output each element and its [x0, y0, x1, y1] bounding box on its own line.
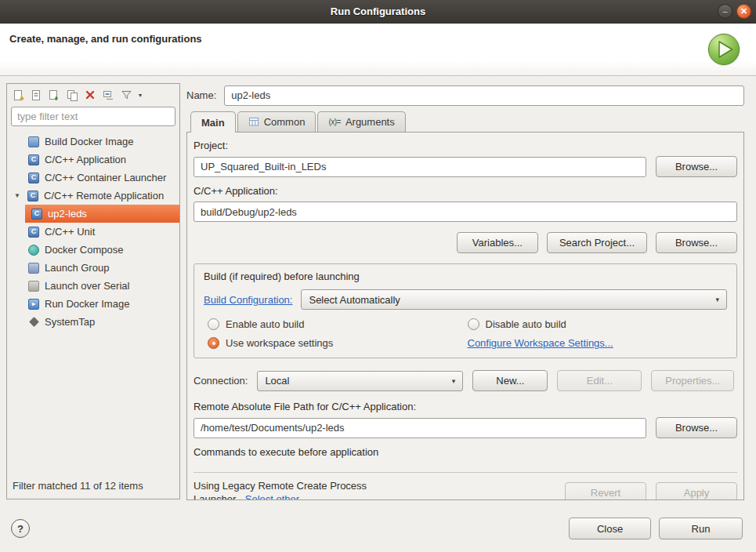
build-docker-image-icon — [28, 136, 39, 147]
tree-item-launch-group[interactable]: Launch Group — [7, 259, 179, 277]
filter-field-wrap — [7, 105, 179, 131]
run-configurations-dialog: Run Configurations – ✕ Create, manage, a… — [0, 0, 756, 552]
build-before-launch-group: Build (if required) before launching Bui… — [194, 263, 737, 358]
titlebar: Run Configurations – ✕ — [0, 0, 756, 24]
tree-item-build-docker-image[interactable]: Build Docker Image — [7, 133, 179, 151]
build-configuration-combo[interactable]: Select Automatically ▾ — [301, 289, 727, 310]
remote-path-input[interactable] — [194, 418, 646, 438]
radio-on-icon — [208, 337, 219, 349]
tab-main[interactable]: Main — [190, 111, 236, 133]
filter-input[interactable] — [11, 107, 175, 126]
tree-item-docker-compose[interactable]: Docker Compose — [7, 241, 179, 259]
auto-build-options: Enable auto build Disable auto build Use… — [204, 318, 727, 349]
tree-item-c-cpp-remote-application[interactable]: ▼ C C/C++ Remote Application — [7, 187, 179, 205]
project-browse-button[interactable]: Browse... — [656, 156, 737, 177]
tab-arguments[interactable]: (x)= Arguments — [317, 111, 405, 132]
enable-auto-build-radio[interactable]: Enable auto build — [208, 318, 468, 330]
search-project-button[interactable]: Search Project... — [547, 232, 647, 253]
connection-edit-button[interactable]: Edit... — [557, 370, 642, 391]
expander-icon[interactable]: ▼ — [13, 192, 22, 199]
connection-new-button[interactable]: New... — [472, 370, 548, 391]
tree-item-c-cpp-container-launcher[interactable]: C C/C++ Container Launcher — [7, 169, 179, 187]
tree-item-run-docker-image[interactable]: ▸ Run Docker Image — [7, 295, 179, 313]
tree-item-label: Launch over Serial — [45, 280, 129, 292]
c-launch-config-icon: C — [31, 209, 42, 220]
apply-button[interactable]: Apply — [656, 482, 737, 501]
disable-auto-build-radio[interactable]: Disable auto build — [468, 318, 728, 330]
tab-main-label: Main — [201, 117, 225, 129]
project-input[interactable] — [194, 157, 646, 177]
configurations-tree: Build Docker Image C C/C++ Application C… — [7, 131, 179, 474]
tree-item-label: Launch Group — [45, 262, 109, 274]
tree-item-label: SystemTap — [45, 316, 95, 328]
build-configuration-value: Select Automatically — [309, 294, 400, 306]
collapse-all-icon[interactable] — [100, 87, 116, 103]
build-configuration-row: Build Configuration: Select Automaticall… — [204, 289, 727, 310]
filter-menu-chevron-icon[interactable]: ▾ — [136, 92, 144, 99]
remote-path-row: Browse... — [194, 417, 737, 438]
export-configurations-icon[interactable] — [46, 87, 62, 103]
launcher-note: Using Legacy Remote Create Process Launc… — [194, 479, 555, 500]
tree-item-c-cpp-unit[interactable]: C C/C++ Unit — [7, 223, 179, 241]
docker-compose-icon — [28, 245, 39, 256]
variables-button[interactable]: Variables... — [457, 232, 538, 253]
launch-over-serial-icon — [28, 281, 39, 292]
run-button[interactable]: Run — [659, 518, 743, 539]
tree-item-label: Build Docker Image — [45, 136, 133, 147]
remote-path-browse-button[interactable]: Browse... — [656, 417, 737, 438]
dialog-heading: Create, manage, and run configurations — [9, 33, 202, 45]
c-remote-application-icon: C — [27, 191, 38, 202]
launcher-row: Using Legacy Remote Create Process Launc… — [194, 473, 737, 500]
duplicate-configuration-icon[interactable] — [64, 87, 80, 103]
minimize-button[interactable]: – — [718, 4, 732, 19]
close-window-button[interactable]: ✕ — [736, 4, 751, 19]
tree-item-launch-over-serial[interactable]: Launch over Serial — [7, 277, 179, 295]
tree-item-label: Run Docker Image — [45, 298, 129, 310]
tab-common-label: Common — [264, 116, 306, 128]
tree-item-systemtap[interactable]: SystemTap — [7, 313, 179, 331]
revert-button[interactable]: Revert — [565, 482, 646, 501]
configure-workspace-settings-link[interactable]: Configure Workspace Settings... — [468, 337, 613, 349]
launch-config-sidebar: ▾ Build Docker Image C C/C++ Application… — [6, 83, 180, 499]
close-button[interactable]: Close — [569, 518, 651, 539]
tab-common[interactable]: Common — [237, 111, 317, 132]
name-row: Name: — [186, 85, 744, 106]
tab-arguments-label: Arguments — [345, 116, 395, 128]
help-button[interactable]: ? — [11, 519, 30, 538]
connection-combo[interactable]: Local ▾ — [257, 371, 463, 391]
launch-group-icon — [28, 263, 39, 274]
application-actions-row: Variables... Search Project... Browse... — [194, 232, 737, 253]
new-configuration-icon[interactable] — [10, 87, 26, 103]
application-browse-button[interactable]: Browse... — [656, 232, 737, 253]
select-other-launcher-link[interactable]: Select other... — [245, 493, 308, 500]
commands-before-label: Commands to execute before application — [194, 446, 737, 458]
tree-item-c-cpp-application[interactable]: C C/C++ Application — [7, 151, 179, 169]
application-label: C/C++ Application: — [194, 185, 737, 197]
name-label: Name: — [186, 89, 216, 101]
radio-off-icon — [208, 318, 219, 330]
filter-icon[interactable] — [118, 87, 134, 103]
main-tab-content: Project: Browse... C/C++ Application: Va… — [186, 132, 744, 500]
filter-status-text: Filter matched 11 of 12 items — [7, 474, 179, 499]
run-configuration-icon — [706, 31, 742, 67]
tree-item-up2-leds[interactable]: C up2-leds — [25, 205, 179, 223]
window-title: Run Configurations — [331, 5, 425, 17]
tree-item-label: Docker Compose — [45, 244, 123, 256]
delete-configuration-icon[interactable] — [82, 87, 98, 103]
build-configuration-link[interactable]: Build Configuration: — [204, 294, 292, 306]
connection-row: Connection: Local ▾ New... Edit... Prope… — [194, 370, 737, 391]
use-workspace-settings-radio[interactable]: Use workspace settings — [208, 337, 468, 349]
common-tab-icon — [248, 117, 259, 127]
c-unit-icon: C — [28, 227, 39, 238]
tree-item-label: C/C++ Unit — [45, 226, 95, 238]
run-docker-image-icon: ▸ — [28, 299, 39, 310]
dialog-header: Create, manage, and run configurations — [0, 24, 756, 76]
dialog-buttons: Close Run — [569, 518, 743, 539]
tree-item-label: C/C++ Application — [45, 154, 126, 165]
connection-properties-button[interactable]: Properties... — [651, 370, 734, 391]
application-input[interactable] — [194, 202, 737, 222]
new-prototype-icon[interactable] — [28, 87, 44, 103]
tree-item-label: up2-leds — [48, 208, 87, 220]
c-application-icon: C — [28, 154, 39, 165]
name-input[interactable] — [224, 85, 744, 106]
